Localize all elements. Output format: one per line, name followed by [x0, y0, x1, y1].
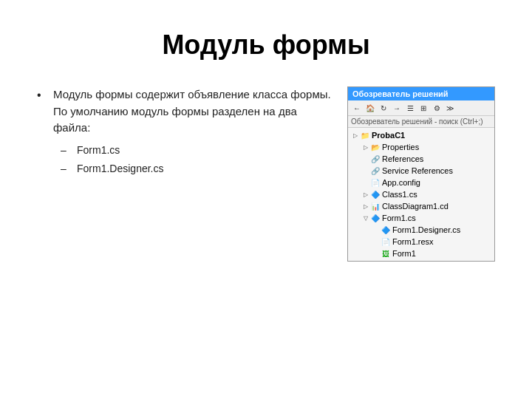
tree-item-form1resx[interactable]: 📄 Form1.resx	[348, 236, 494, 248]
label-form1resx: Form1.resx	[392, 237, 434, 246]
solution-explorer-searchbar[interactable]: Обозреватель решений - поиск (Ctrl+;)	[348, 116, 494, 128]
label-form1cs: Form1.cs	[382, 214, 416, 222]
label-form1: Form1	[392, 249, 416, 258]
arrow-appconfig	[361, 178, 370, 187]
icon-class1: 🔷	[370, 189, 381, 200]
icon-svcref: 🔗	[370, 166, 381, 176]
arrow-references	[361, 154, 370, 163]
bullet-item-1: Модуль формы содержит объявление класса …	[37, 86, 332, 178]
toolbar-btn-refresh[interactable]: ↻	[378, 102, 389, 114]
sub-item-1-label: Form1.cs	[77, 144, 120, 156]
tree-item-class1[interactable]: ▷ 🔷 Class1.cs	[348, 188, 494, 200]
solution-explorer-panel: Обозреватель решений ← 🏠 ↻ → ☰ ⊞ ⚙ ≫ Обо…	[347, 86, 495, 262]
tree-item-classdiagram[interactable]: ▷ 📊 ClassDiagram1.cd	[348, 200, 494, 212]
tree-item-appconfig[interactable]: 📄 App.config	[348, 177, 494, 188]
arrow-form1resx	[372, 237, 381, 246]
icon-properties: 📂	[370, 142, 381, 152]
arrow-form1cs: ▽	[361, 214, 370, 222]
solution-explorer-tree: ▷ 📁 ProbaC1 ▷ 📂 Properties 🔗 References	[348, 128, 494, 261]
tree-item-form1designer[interactable]: 🔷 Form1.Designer.cs	[348, 224, 494, 236]
label-properties: Properties	[382, 143, 419, 151]
tree-item-properties[interactable]: ▷ 📂 Properties	[348, 141, 494, 153]
arrow-classdiagram: ▷	[361, 202, 370, 211]
label-form1designer: Form1.Designer.cs	[392, 225, 460, 234]
text-section: Модуль формы содержит объявление класса …	[37, 86, 332, 262]
tree-item-service-references[interactable]: 🔗 Service References	[348, 165, 494, 177]
toolbar-btn-settings[interactable]: ⚙	[431, 102, 443, 114]
label-classdiagram: ClassDiagram1.cd	[382, 202, 449, 211]
content-area: Модуль формы содержит объявление класса …	[37, 86, 495, 262]
label-class1: Class1.cs	[382, 190, 417, 199]
icon-form1: 🖼	[381, 248, 391, 259]
icon-appconfig: 📄	[370, 177, 381, 188]
arrow-form1	[372, 249, 381, 258]
toolbar-btn-filter[interactable]: ☰	[404, 102, 416, 114]
arrow-probac1: ▷	[351, 131, 360, 140]
slide-title: Модуль формы	[37, 30, 495, 61]
tree-item-references[interactable]: 🔗 References	[348, 153, 494, 165]
toolbar-btn-home[interactable]: 🏠	[364, 102, 376, 114]
bullet-list: Модуль формы содержит объявление класса …	[37, 86, 332, 178]
label-appconfig: App.config	[382, 178, 420, 187]
label-probac1: ProbaC1	[372, 131, 405, 140]
sub-list: Form1.cs Form1.Designer.cs	[61, 141, 332, 178]
arrow-svcref	[361, 166, 370, 175]
toolbar-btn-expand[interactable]: ⊞	[417, 102, 429, 114]
solution-explorer-toolbar: ← 🏠 ↻ → ☰ ⊞ ⚙ ≫	[348, 100, 494, 116]
icon-references: 🔗	[370, 154, 381, 164]
slide: Модуль формы Модуль формы содержит объяв…	[0, 0, 532, 399]
icon-classdiagram: 📊	[370, 201, 381, 211]
icon-form1cs: 🔷	[370, 213, 381, 223]
arrow-properties: ▷	[361, 143, 370, 151]
icon-probac1: 📁	[360, 130, 370, 140]
icon-form1designer: 🔷	[381, 225, 391, 235]
icon-form1resx: 📄	[381, 236, 391, 247]
sub-item-1: Form1.cs	[61, 141, 332, 160]
sub-item-2: Form1.Designer.cs	[61, 160, 332, 178]
bullet-text: Модуль формы содержит объявление класса …	[53, 88, 331, 134]
tree-item-form1[interactable]: 🖼 Form1	[348, 248, 494, 259]
toolbar-btn-back[interactable]: ←	[351, 102, 363, 114]
label-references: References	[382, 154, 423, 163]
arrow-form1designer	[372, 225, 381, 234]
solution-explorer-titlebar: Обозреватель решений	[348, 87, 494, 100]
tree-item-form1cs[interactable]: ▽ 🔷 Form1.cs	[348, 212, 494, 224]
toolbar-btn-props[interactable]: →	[391, 102, 403, 114]
toolbar-btn-more[interactable]: ≫	[444, 102, 456, 114]
label-svcref: Service References	[382, 166, 453, 175]
tree-item-probac1[interactable]: ▷ 📁 ProbaC1	[348, 129, 494, 141]
arrow-class1: ▷	[361, 190, 370, 199]
sub-item-2-label: Form1.Designer.cs	[77, 163, 163, 174]
